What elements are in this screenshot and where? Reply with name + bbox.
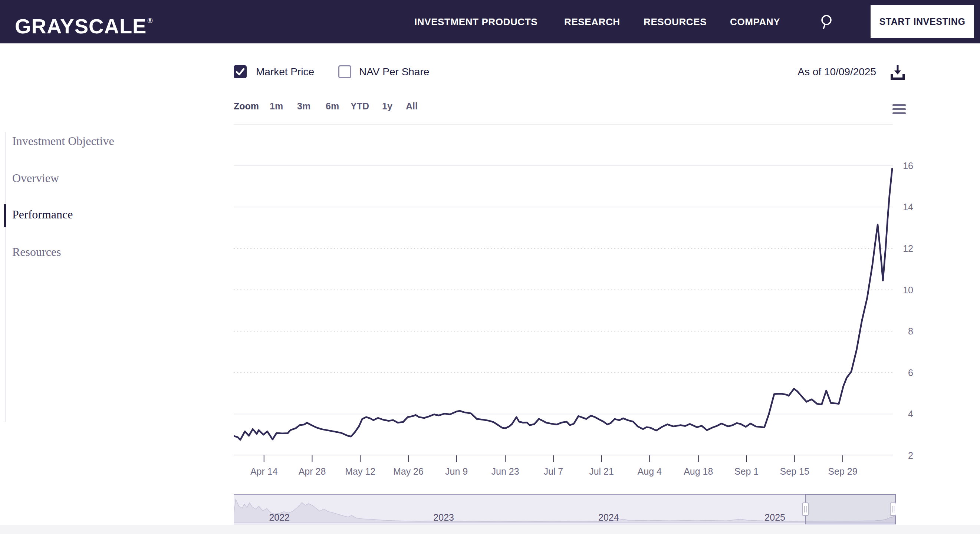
search-icon[interactable] (819, 13, 836, 30)
y-axis-label: 2 (896, 450, 913, 461)
y-axis-label: 6 (896, 367, 913, 378)
range-button-1m[interactable]: 1m (270, 101, 283, 111)
x-axis-label: Apr 28 (299, 466, 326, 477)
x-axis-label: Jun 23 (492, 466, 519, 477)
sidebar-item-performance[interactable]: Performance (12, 208, 73, 221)
y-axis-label: 10 (896, 284, 913, 296)
x-axis-label: Sep 1 (735, 466, 759, 477)
top-nav-bar: GRAYSCALE® INVESTMENT PRODUCTS RESEARCH … (0, 0, 980, 43)
x-axis-label: Aug 18 (684, 466, 713, 477)
nav-investment-products[interactable]: INVESTMENT PRODUCTS (414, 16, 538, 28)
navigator-left-handle[interactable] (802, 503, 808, 515)
market-price-label[interactable]: Market Price (256, 65, 314, 78)
chart-navigator[interactable]: 2022202320242025 (234, 494, 896, 525)
download-icon[interactable] (889, 63, 907, 81)
sidebar-rule (5, 132, 6, 422)
range-button-3m[interactable]: 3m (297, 101, 310, 111)
y-axis-label: 14 (896, 201, 913, 213)
x-axis-label: Sep 15 (780, 466, 809, 477)
navigator-year-label: 2023 (433, 512, 454, 523)
navigator-selected-range[interactable] (805, 494, 896, 524)
y-axis-label: 16 (896, 160, 913, 171)
x-axis-label: Aug 4 (638, 466, 662, 477)
as-of-date: As of 10/09/2025 (787, 64, 876, 80)
navigator-year-label: 2025 (765, 512, 785, 523)
nav-per-share-checkbox[interactable] (338, 65, 351, 78)
y-axis-label: 4 (896, 408, 913, 420)
x-axis-label: Apr 14 (250, 466, 278, 477)
market-price-series (234, 169, 892, 440)
sidebar-item-investment-objective[interactable]: Investment Objective (12, 134, 114, 148)
nav-per-share-label[interactable]: NAV Per Share (359, 65, 429, 78)
navigator-year-label: 2024 (598, 512, 619, 523)
y-axis-label: 12 (896, 243, 913, 254)
sidebar-item-resources[interactable]: Resources (12, 245, 61, 259)
range-button-all[interactable]: All (406, 101, 418, 111)
registered-mark: ® (147, 17, 153, 24)
nav-research[interactable]: RESEARCH (564, 16, 620, 28)
performance-chart[interactable]: Apr 14Apr 28May 12May 26Jun 9Jun 23Jul 7… (234, 124, 893, 482)
x-axis-label: May 12 (345, 466, 375, 477)
navigator-year-label: 2022 (269, 512, 290, 523)
nav-company[interactable]: COMPANY (730, 16, 780, 28)
zoom-label: Zoom (234, 101, 259, 111)
navigator-right-handle[interactable] (890, 503, 896, 515)
range-button-1y[interactable]: 1y (382, 101, 393, 111)
x-axis-label: Sep 29 (828, 466, 857, 477)
hamburger-menu-icon[interactable] (892, 104, 906, 114)
range-button-6m[interactable]: 6m (326, 101, 339, 111)
start-investing-button[interactable]: START INVESTING (870, 5, 974, 38)
x-axis-label: Jun 9 (445, 466, 468, 477)
sidebar-active-indicator (4, 204, 6, 227)
sidebar-item-overview[interactable]: Overview (12, 171, 59, 185)
x-axis-label: Jul 7 (543, 466, 563, 477)
logo-text: GRAYSCALE (15, 14, 146, 38)
x-axis-label: Jul 21 (589, 466, 614, 477)
range-button-ytd[interactable]: YTD (350, 101, 369, 111)
nav-resources[interactable]: RESOURCES (644, 16, 706, 28)
bottom-strip (0, 525, 980, 534)
x-axis-label: May 26 (393, 466, 423, 477)
y-axis-label: 8 (896, 326, 913, 337)
checkmark-icon (234, 65, 247, 78)
grayscale-logo[interactable]: GRAYSCALE® (15, 10, 153, 37)
market-price-checkbox[interactable] (234, 65, 247, 78)
